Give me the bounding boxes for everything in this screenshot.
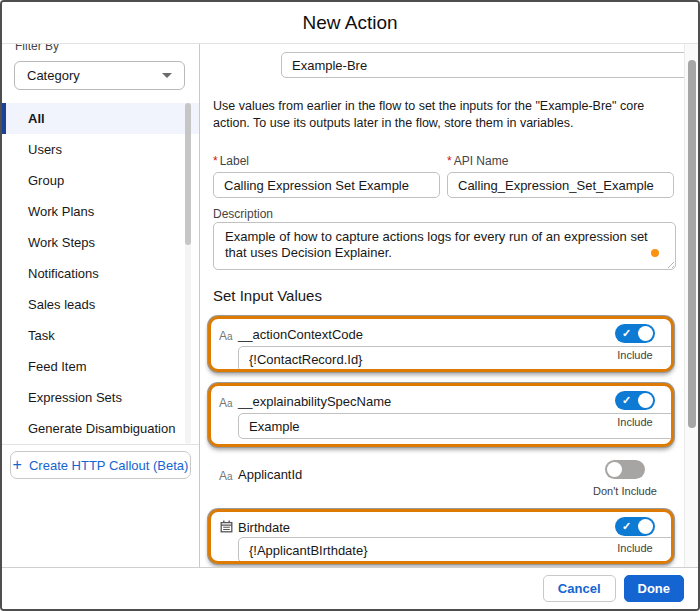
api-name-field-label: *API Name (447, 154, 674, 168)
include-toggle[interactable] (605, 460, 645, 479)
input-row-applicantid: Aa ApplicantId Don't Include (208, 456, 674, 502)
description-field-group: Example of how to capture actions logs f… (213, 222, 676, 270)
category-dropdown-value: Category (27, 68, 80, 83)
input-row-name: __actionContextCode (238, 327, 363, 342)
include-toggle[interactable]: ✓ (615, 324, 655, 343)
done-button[interactable]: Done (624, 575, 685, 602)
action-name-input[interactable] (281, 52, 700, 78)
label-field-group: *Label (213, 154, 440, 198)
category-sidebar: Filter By Category All Users Group Work … (2, 44, 200, 567)
sidebar-item-group[interactable]: Group (2, 165, 199, 196)
required-asterisk: * (213, 154, 218, 168)
unsaved-indicator-dot (651, 249, 659, 257)
text-type-icon: Aa (219, 466, 233, 484)
description-field-label: Description (213, 207, 273, 221)
sidebar-item-sales-leads[interactable]: Sales leads (2, 289, 199, 320)
modal-title: New Action (2, 2, 698, 44)
api-name-input[interactable] (447, 172, 674, 198)
required-asterisk: * (447, 154, 452, 168)
sidebar-item-work-steps[interactable]: Work Steps (2, 227, 199, 258)
include-toggle-group: Don't Include (589, 460, 661, 497)
description-textarea[interactable]: Example of how to capture actions logs f… (213, 222, 676, 270)
toggle-knob (638, 393, 653, 408)
include-toggle-group: ✓ Include (605, 391, 665, 428)
include-toggle-group: ✓ Include (605, 324, 665, 361)
create-http-callout-button[interactable]: + Create HTTP Callout (Beta) (10, 451, 191, 479)
toggle-knob (638, 519, 653, 534)
toggle-knob (638, 326, 653, 341)
category-dropdown[interactable]: Category (14, 61, 185, 90)
include-toggle-group: ✓ Include (605, 517, 665, 554)
input-row-explainabilityspecname: Aa __explainabilitySpecName ✓ Include (208, 383, 674, 447)
label-field-label: *Label (213, 154, 440, 168)
sidebar-item-feed-item[interactable]: Feed Item (2, 351, 199, 382)
plus-icon: + (13, 457, 22, 473)
modal-header: New Action (2, 2, 698, 44)
create-callout-container: + Create HTTP Callout (Beta) (2, 444, 199, 485)
sidebar-item-all[interactable]: All (2, 103, 199, 134)
check-icon: ✓ (622, 393, 631, 408)
text-type-icon: Aa (219, 326, 233, 344)
calendar-icon (220, 520, 233, 533)
input-row-birthdate: Birthdate ✓ Include (208, 509, 674, 564)
chevron-down-icon (162, 73, 172, 78)
check-icon: ✓ (622, 519, 631, 534)
sidebar-item-expression-sets[interactable]: Expression Sets (2, 382, 199, 413)
toggle-label: Include (605, 542, 665, 554)
sidebar-scrollbar-thumb[interactable] (185, 103, 191, 245)
filter-by-label: Filter By (15, 44, 199, 55)
cancel-button[interactable]: Cancel (543, 575, 616, 602)
text-type-icon: Aa (219, 393, 233, 411)
toggle-label: Include (605, 349, 665, 361)
category-list: All Users Group Work Plans Work Steps No… (2, 103, 199, 444)
sidebar-scrollbar-track[interactable] (185, 103, 191, 444)
main-scrollbar-thumb[interactable] (688, 60, 696, 428)
set-input-values-title: Set Input Values (213, 287, 322, 304)
api-name-field-group: *API Name (447, 154, 674, 198)
input-row-name: ApplicantId (238, 467, 302, 482)
include-toggle[interactable]: ✓ (615, 517, 655, 536)
toggle-label: Include (605, 416, 665, 428)
main-scrollbar-track[interactable] (684, 44, 698, 567)
new-action-modal: New Action Filter By Category All Users … (0, 0, 700, 611)
sidebar-item-work-plans[interactable]: Work Plans (2, 196, 199, 227)
toggle-label: Don't Include (589, 485, 661, 497)
sidebar-item-notifications[interactable]: Notifications (2, 258, 199, 289)
action-config-panel: Use values from earlier in the flow to s… (201, 44, 698, 567)
modal-footer: Cancel Done (2, 567, 698, 609)
sidebar-item-task[interactable]: Task (2, 320, 199, 351)
create-http-callout-label: Create HTTP Callout (Beta) (29, 458, 188, 473)
sidebar-item-users[interactable]: Users (2, 134, 199, 165)
input-row-name: Birthdate (238, 520, 290, 535)
label-input[interactable] (213, 172, 440, 198)
input-row-name: __explainabilitySpecName (238, 394, 391, 409)
include-toggle[interactable]: ✓ (615, 391, 655, 410)
intro-text: Use values from earlier in the flow to s… (213, 98, 671, 132)
toggle-knob (607, 462, 622, 477)
input-row-actioncontextcode: Aa __actionContextCode ✓ Include (208, 316, 674, 372)
check-icon: ✓ (622, 326, 631, 341)
sidebar-item-generate-disambiguation[interactable]: Generate Disambiguation (2, 413, 199, 444)
